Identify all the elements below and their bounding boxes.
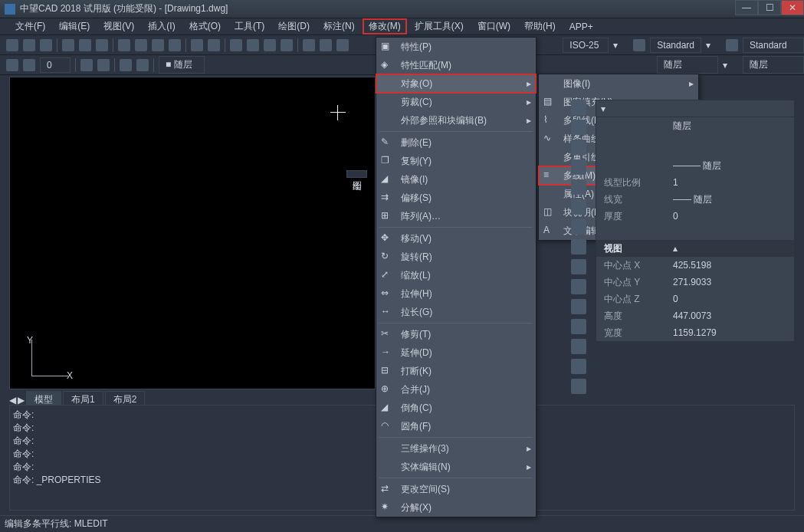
vtool-icon[interactable]	[571, 179, 586, 195]
prop-cx-value[interactable]: 425.5198	[673, 260, 794, 271]
new-icon[interactable]	[6, 39, 18, 51]
mi-join[interactable]: ⊕合并(J)	[376, 380, 536, 399]
mi-properties[interactable]: ▣特性(P)	[376, 38, 536, 56]
tab-scroll-right[interactable]: ▶	[18, 395, 25, 406]
drawing-canvas[interactable]: Y X	[9, 77, 376, 389]
tab-scroll-left[interactable]: ◀	[9, 395, 16, 406]
vtool-icon[interactable]	[571, 120, 586, 135]
minimize-button[interactable]: —	[735, 0, 758, 15]
tablestyle-dropdown[interactable]: Standard	[743, 38, 804, 53]
vtool-icon[interactable]	[571, 259, 586, 274]
save-icon[interactable]	[40, 39, 52, 51]
textstyle-dropdown[interactable]: Standard	[650, 38, 701, 53]
insert-icon[interactable]	[136, 59, 149, 71]
zoomext-icon[interactable]	[281, 39, 293, 51]
menu-dimension[interactable]: 标注(N)	[317, 18, 361, 34]
mi-rotate[interactable]: ↻旋转(R)	[376, 248, 536, 266]
undo-icon[interactable]	[191, 39, 203, 51]
mi-solidedit[interactable]: 实体编辑(N)▸	[376, 458, 536, 476]
vtool-icon[interactable]	[571, 279, 586, 294]
paste-icon[interactable]	[152, 39, 164, 51]
dimstyle-dropdown[interactable]: ISO-25	[563, 38, 609, 53]
mi-changespace[interactable]: ⇄更改空间(S)	[376, 480, 536, 498]
vtool-icon[interactable]	[571, 219, 586, 235]
mi-erase[interactable]: ✎删除(E)	[376, 133, 536, 152]
prop-linetype-value[interactable]: ——— 随层	[673, 159, 794, 172]
mi-matchprop[interactable]: ◈特性匹配(M)	[376, 56, 536, 74]
vtool-icon[interactable]	[571, 100, 586, 115]
vtool-icon[interactable]	[571, 359, 586, 374]
tablestyle-icon[interactable]	[726, 39, 738, 51]
mi-break[interactable]: ⊟打断(K)	[376, 362, 536, 380]
prop-view-head[interactable]: 视图	[596, 242, 673, 255]
mi-offset[interactable]: ⇉偏移(S)	[376, 189, 536, 207]
vtool-icon[interactable]	[571, 319, 586, 334]
mi-chamfer[interactable]: ◢倒角(C)	[376, 399, 536, 417]
menu-window[interactable]: 窗口(W)	[471, 18, 517, 34]
prop-cy-value[interactable]: 271.9033	[673, 277, 794, 287]
prop-lw-value[interactable]: —— 随层	[673, 193, 794, 206]
menu-edit[interactable]: 编辑(E)	[53, 18, 96, 34]
designcenter-icon[interactable]	[320, 39, 332, 51]
menu-modify[interactable]: 修改(M)	[363, 18, 407, 34]
mi-scale[interactable]: ⤢缩放(L)	[376, 266, 536, 284]
vtool-icon[interactable]	[571, 199, 586, 215]
mi-move[interactable]: ✥移动(V)	[376, 229, 536, 248]
menu-view[interactable]: 视图(V)	[97, 18, 140, 34]
prop-layer-value[interactable]: 随层	[673, 120, 794, 133]
menu-extension[interactable]: 扩展工具(X)	[409, 18, 470, 34]
prop-ltscale-value[interactable]: 1	[673, 177, 794, 188]
close-button[interactable]: ✕	[781, 0, 804, 15]
mi-trim[interactable]: ✂修剪(T)	[376, 325, 536, 343]
matchprop-icon[interactable]	[169, 39, 181, 51]
layerstate-icon[interactable]	[97, 59, 110, 71]
zoomwin-icon[interactable]	[264, 39, 276, 51]
open-icon[interactable]	[23, 39, 35, 51]
prop-thick-value[interactable]: 0	[673, 211, 794, 222]
draw-palette-label[interactable]: 绘图	[346, 170, 367, 178]
menu-insert[interactable]: 插入(I)	[142, 18, 181, 34]
mi-xrefedit[interactable]: 外部参照和块编辑(B)▸	[376, 111, 536, 130]
color-bylayer[interactable]: ■ 随层	[159, 56, 205, 74]
preview-icon[interactable]	[79, 39, 91, 51]
mi-copy[interactable]: ❐复制(Y)	[376, 152, 536, 170]
layerprev-icon[interactable]	[80, 59, 93, 71]
mi-explode[interactable]: ✷分解(X)	[376, 498, 536, 517]
vtool-icon[interactable]	[571, 379, 586, 394]
vtool-icon[interactable]	[571, 239, 586, 255]
layeriso-icon[interactable]	[23, 59, 35, 71]
menu-app[interactable]: APP+	[563, 20, 599, 34]
mi-fillet[interactable]: ◠圆角(F)	[376, 417, 536, 435]
vtool-icon[interactable]	[571, 140, 586, 155]
properties-icon[interactable]	[303, 39, 315, 51]
mi-mirror[interactable]: ◢镜像(I)	[376, 170, 536, 189]
vtool-icon[interactable]	[571, 339, 586, 354]
menu-help[interactable]: 帮助(H)	[518, 18, 562, 34]
menu-tools[interactable]: 工具(T)	[228, 18, 271, 34]
layer-icon[interactable]	[6, 59, 18, 71]
prop-header[interactable]: ▾	[596, 100, 794, 117]
vtool-icon[interactable]	[571, 299, 586, 314]
redo-icon[interactable]	[208, 39, 220, 51]
vtool-icon[interactable]	[571, 159, 586, 175]
pan-icon[interactable]	[230, 39, 242, 51]
linetype-dropdown[interactable]: 随层	[657, 56, 718, 74]
publish-icon[interactable]	[96, 39, 108, 51]
textstyle-icon[interactable]	[633, 39, 645, 51]
prop-cz-value[interactable]: 0	[673, 294, 794, 304]
menu-format[interactable]: 格式(O)	[183, 18, 227, 34]
print-icon[interactable]	[62, 39, 74, 51]
cut-icon[interactable]	[118, 39, 130, 51]
mi-lengthen[interactable]: ↔拉长(G)	[376, 303, 536, 321]
menu-file[interactable]: 文件(F)	[9, 18, 51, 34]
lineweight-dropdown[interactable]: 随层	[743, 56, 804, 74]
block-icon[interactable]	[120, 59, 132, 71]
smi-image[interactable]: 图像(I)▸	[539, 74, 698, 93]
zoom-icon[interactable]	[247, 39, 259, 51]
menu-draw[interactable]: 绘图(D)	[272, 18, 316, 34]
prop-h-value[interactable]: 447.0073	[673, 310, 794, 321]
layer-dropdown[interactable]: 0	[40, 57, 71, 73]
mi-object[interactable]: 对象(O)▸	[376, 74, 536, 93]
maximize-button[interactable]: ☐	[758, 0, 781, 15]
copy-icon[interactable]	[135, 39, 147, 51]
